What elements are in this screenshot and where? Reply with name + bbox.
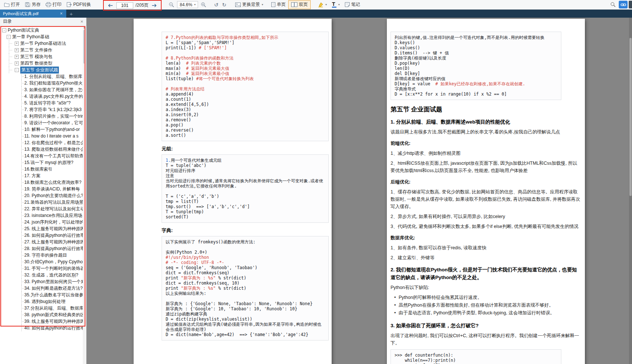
toc-title: 目录 — [3, 18, 12, 25]
code-line: list(tuple) #将一个可迭代对象转换为列表 — [166, 76, 325, 81]
toc-item[interactable]: 27. 线上服务可能因为种种原因 — [0, 239, 83, 245]
toc-item[interactable]: 25. 线上服务可能因为种种原因 — [0, 225, 83, 232]
toc-item[interactable]: 17. 方案 — [0, 172, 83, 179]
code-line: a.remove() — [166, 117, 325, 122]
toc-item[interactable]: 2. 我们都知道现在Python很火 — [0, 80, 83, 86]
text-tool-button[interactable]: T ▾ — [329, 0, 342, 9]
toc-item[interactable]: 7. 将字符串 "k:1 |k1:2|k2:3|k3 — [0, 106, 83, 113]
document-tab[interactable]: Python面试宝典.pdf × — [0, 10, 66, 18]
expand-icon[interactable]: + — [15, 48, 19, 52]
highlighter-button[interactable]: ▾ — [315, 0, 329, 9]
sidebar-scrollbar[interactable]: ▲ — [83, 26, 86, 364]
expand-icon[interactable]: + — [15, 55, 19, 59]
toc-item[interactable]: 15.说一下 mysql 的原理? — [0, 159, 83, 166]
toc-item[interactable]: +第二节 文件操作 — [0, 47, 83, 53]
scroll-up-icon[interactable]: ▲ — [83, 26, 86, 29]
toc-item[interactable]: 26. 如何提高python的运行效率 — [0, 232, 83, 239]
expand-icon[interactable]: + — [15, 42, 19, 46]
sidebar-scrollbar-thumb[interactable] — [83, 30, 85, 64]
open-button[interactable]: 打开 — [1, 0, 22, 9]
tab-close-icon[interactable]: × — [59, 11, 63, 16]
toc-item[interactable]: 22. 异常处理写法以及如何主动 — [0, 206, 83, 212]
toc-item[interactable]: 10. 解释一下python的and-or — [0, 126, 83, 133]
toc-item-label: 3. 如果你困在了死循环里，怎么 — [24, 87, 83, 93]
toc-item[interactable]: 8. 利用切片操作，实现一个trim — [0, 113, 83, 119]
zoom-out-icon — [169, 2, 174, 8]
redo-button[interactable]: ↻ — [220, 0, 228, 9]
toc-item[interactable]: 39. 线上服务可能因为种种原因 — [0, 318, 83, 325]
toc-item[interactable]: 28. 如何提高python的运行效率 — [0, 245, 83, 252]
toc-item[interactable]: 4. 请谈谈.pyc文件和.py文件的 — [0, 93, 83, 100]
toc-item[interactable]: 1. 分别从前端、后端、数据库 — [0, 73, 83, 80]
previous-page-button[interactable] — [107, 3, 114, 8]
document-view[interactable]: # 7.Python的列表的截取与字符串操作类型相同,如下所示L = ['spa… — [86, 18, 632, 364]
share-link-button[interactable] — [619, 1, 628, 8]
toc-item[interactable]: 30.介绍Cython，Pypy Cpytho — [0, 258, 83, 265]
pdf-convert-button[interactable]: PDF转换 — [64, 0, 93, 9]
expand-icon[interactable]: + — [15, 61, 19, 65]
zoom-out-button[interactable] — [167, 0, 176, 9]
edge-partial-button[interactable] — [629, 1, 632, 8]
toc-item[interactable]: 24. json序列化时，可以处理的 — [0, 219, 83, 225]
toc-item[interactable]: 9. 请设计一个decorator，它可 — [0, 119, 83, 126]
toc-item[interactable]: 37.分别从前端、后端、数据库 — [0, 305, 83, 311]
toc-item[interactable]: 14.有没有一个工具可以帮助查 — [0, 153, 83, 159]
single-page-button[interactable]: 单页 — [269, 0, 288, 9]
content-scrollbar[interactable] — [629, 18, 632, 364]
undo-button[interactable]: ↺ — [212, 0, 220, 9]
toc-item[interactable]: -第五节 企业面试题 — [0, 67, 83, 73]
code-line: a.reverse() — [166, 128, 325, 133]
zoom-level-select[interactable]: 84.6% ▾ — [177, 1, 198, 8]
new-tab-button[interactable]: + — [66, 11, 76, 17]
toc-item[interactable]: 18.数据库怎么优化查询效率? — [0, 179, 83, 186]
toc-item-label: 28. 如何提高python的运行效率 — [24, 246, 83, 252]
code-line: print "新字典为 : %s" % str(dict) — [166, 286, 325, 291]
zoom-in-icon — [201, 2, 206, 8]
toc-item[interactable]: +第一节 Python基础语法 — [0, 40, 83, 47]
toc-item[interactable]: +第四节 数据类型 — [0, 60, 83, 67]
toc-item[interactable]: 36. 遇到bug如何处理 — [0, 298, 83, 305]
toc-item-label: 40. 如何提高python的运行效率 — [24, 325, 83, 331]
toc-item[interactable]: 16.数据库索引 — [0, 166, 83, 172]
double-page-label: 双页 — [299, 1, 308, 8]
toc-item[interactable]: 5. 请反转字符串 "aStr"? — [0, 100, 83, 106]
toc-item[interactable]: 19. 简单谈谈ACID, 并解释每 — [0, 186, 83, 192]
content-scrollbar-thumb[interactable] — [629, 38, 632, 196]
toc-item[interactable]: 21.装饰器的写法以及应用场景 — [0, 199, 83, 206]
save-as-button[interactable]: 另存 — [22, 0, 43, 9]
toc-item[interactable]: 12. 你在爬虫过程中，都是怎么 — [0, 139, 83, 146]
toc-item[interactable]: 31. 手写一个判断时间的装饰器 — [0, 265, 83, 272]
code-line: print "新字典为 : %s" % str(dict) — [166, 275, 325, 281]
code-line: 删除字典(根据键)以及长度 — [395, 56, 557, 61]
double-page-button[interactable]: 双页 — [288, 0, 311, 9]
toc-item[interactable]: 29. 字符串的操作题目 — [0, 252, 83, 258]
toc-item[interactable]: -第一章 Python基础 — [0, 33, 83, 40]
toc-item[interactable]: 35.为什么函数名字可以当做参 — [0, 292, 83, 298]
toc-item[interactable]: +第三节 模块与包 — [0, 53, 83, 60]
toc-item[interactable]: 33. Python里面如何拷贝一个对 — [0, 278, 83, 285]
toc-item[interactable]: 13. 爬取这些数据都用来做什么 — [0, 146, 83, 153]
note-button[interactable]: 笔记 — [342, 0, 363, 9]
toc-item[interactable]: 40. 如何提高python的运行效率 — [0, 325, 83, 331]
toc-item[interactable]: 23. isinstance作用以及应用场 — [0, 212, 83, 219]
page-number-input[interactable] — [116, 2, 133, 9]
code-line: 实例(Python 2.0+) — [166, 250, 325, 255]
collapse-icon[interactable]: - — [2, 28, 6, 32]
paragraph: 1、缓存存储读写次数高, 变化少的数据, 比如网站首页的信息、商品的信息等。应用… — [391, 188, 580, 210]
collapse-icon[interactable]: - — [7, 35, 11, 39]
toc-item[interactable]: 20. Python的主要功能是什么? — [0, 192, 83, 199]
toc-item-label: 22. 异常处理写法以及如何主动 — [24, 206, 83, 212]
collapse-icon[interactable]: - — [15, 68, 19, 72]
print-button[interactable]: 打印 — [43, 0, 64, 9]
toc-item[interactable]: -Python面试宝典 — [0, 27, 83, 33]
search-button[interactable] — [608, 0, 618, 9]
toc-item[interactable]: 3. 如果你困在了死循环里，怎么 — [0, 86, 83, 93]
change-background-button[interactable]: 更换背景 ▾ — [233, 0, 266, 9]
toc-item[interactable]: 11. how do I iterate over a s — [0, 133, 83, 139]
toc-item[interactable]: 32. 生成器，迭代器的区别? — [0, 272, 83, 278]
toc-item[interactable]: 38. python新式类和经典类的区 — [0, 311, 83, 318]
zoom-in-button[interactable] — [199, 0, 208, 9]
toc-close-icon[interactable]: × — [80, 19, 83, 24]
toc-item[interactable]: 34. 如何判断是函数还是方法? — [0, 285, 83, 292]
next-page-button[interactable] — [151, 3, 158, 8]
